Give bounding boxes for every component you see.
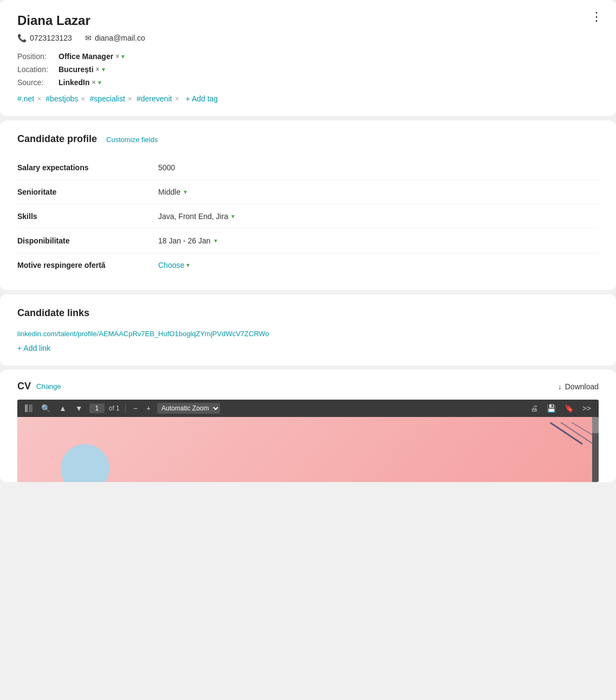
pdf-page-input[interactable] xyxy=(89,403,105,413)
pdf-save-button[interactable]: 💾 xyxy=(544,403,558,414)
cv-header: CV Change ↓ Download xyxy=(17,381,599,392)
tag-net: #.net × xyxy=(17,94,41,103)
position-row: Position: Office Manager × ▾ xyxy=(17,52,599,61)
salary-label: Salary expectations xyxy=(17,163,158,172)
tag-bestjobs: #bestjobs × xyxy=(46,94,85,103)
profile-section-header: Candidate profile Customize fields xyxy=(17,133,599,145)
skills-label: Skills xyxy=(17,212,158,221)
cv-card: CV Change ↓ Download 🔍 ▲ ▼ of 1 − + xyxy=(0,370,616,482)
pdf-prev-page[interactable]: ▲ xyxy=(57,403,69,414)
field-motive: Motive respingere ofertă Choose ▾ xyxy=(17,253,599,277)
skills-dropdown-icon: ▾ xyxy=(231,213,235,220)
customize-fields-link[interactable]: Customize fields xyxy=(106,136,158,144)
pdf-content xyxy=(17,417,599,482)
cv-viewer: 🔍 ▲ ▼ of 1 − + Automatic Zoom 🖨 💾 🔖 >> xyxy=(17,400,599,482)
location-remove[interactable]: × xyxy=(96,66,100,73)
position-label: Position: xyxy=(17,52,55,61)
email-address: diana@mail.co xyxy=(95,34,145,42)
motive-dropdown-icon: ▾ xyxy=(186,261,190,269)
location-dropdown-icon[interactable]: ▾ xyxy=(102,66,105,73)
download-arrow-icon: ↓ xyxy=(558,382,562,391)
pdf-page-total: of 1 xyxy=(109,404,120,412)
tag-derevenit-remove[interactable]: × xyxy=(174,94,179,103)
phone-number: 0723123123 xyxy=(30,34,72,42)
pdf-print-button[interactable]: 🖨 xyxy=(528,403,540,414)
svg-line-4 xyxy=(572,422,593,435)
disponibilitate-value[interactable]: 18 Jan - 26 Jan ▾ xyxy=(158,236,217,245)
position-remove[interactable]: × xyxy=(115,53,119,60)
pdf-scrollbar[interactable] xyxy=(592,417,599,482)
location-row: Location: București × ▾ xyxy=(17,65,599,74)
tag-bestjobs-remove[interactable]: × xyxy=(81,94,85,103)
phone-contact: 📞 0723123123 xyxy=(17,34,72,42)
links-title: Candidate links xyxy=(17,307,89,318)
salary-value: 5000 xyxy=(158,163,175,172)
pdf-zoom-out[interactable]: − xyxy=(131,403,140,414)
position-dropdown-icon[interactable]: ▾ xyxy=(121,53,125,60)
pdf-toolbar: 🔍 ▲ ▼ of 1 − + Automatic Zoom 🖨 💾 🔖 >> xyxy=(17,400,599,417)
pdf-scrollbar-thumb xyxy=(592,417,599,433)
source-row: Source: LinkedIn × ▾ xyxy=(17,78,599,87)
field-salary: Salary expectations 5000 xyxy=(17,156,599,180)
senioritate-value[interactable]: Middle ▾ xyxy=(158,188,187,196)
add-tag-button[interactable]: + Add tag xyxy=(186,94,218,103)
phone-icon: 📞 xyxy=(17,34,27,42)
links-section-header: Candidate links xyxy=(17,307,599,319)
cv-title: CV Change xyxy=(17,381,61,392)
contact-row: 📞 0723123123 ✉ diana@mail.co xyxy=(17,34,599,42)
pdf-lines-decoration xyxy=(550,422,593,455)
more-options-button[interactable]: ⋮ xyxy=(591,11,603,23)
add-link-button[interactable]: + Add link xyxy=(17,344,50,352)
cv-change-button[interactable]: Change xyxy=(36,382,61,390)
header-card: ⋮ Diana Lazar 📞 0723123123 ✉ diana@mail.… xyxy=(0,0,616,116)
motive-choose-button[interactable]: Choose ▾ xyxy=(158,261,190,269)
skills-value[interactable]: Java, Front End, Jira ▾ xyxy=(158,212,235,221)
source-remove[interactable]: × xyxy=(92,79,96,86)
links-card: Candidate links linkedin.com/talent/prof… xyxy=(0,294,616,365)
tags-row: #.net × #bestjobs × #specialist × #derev… xyxy=(17,94,599,103)
location-value: București × ▾ xyxy=(59,65,105,74)
pdf-search-button[interactable]: 🔍 xyxy=(39,403,53,414)
email-icon: ✉ xyxy=(85,34,92,42)
svg-rect-1 xyxy=(29,404,33,412)
disponibilitate-dropdown-icon: ▾ xyxy=(214,237,217,245)
field-senioritate: Senioritate Middle ▾ xyxy=(17,180,599,204)
linkedin-link[interactable]: linkedin.com/talent/profile/AEMAACpRv7EB… xyxy=(17,330,599,338)
location-label: Location: xyxy=(17,65,55,74)
field-disponibilitate: Disponibilitate 18 Jan - 26 Jan ▾ xyxy=(17,229,599,253)
senioritate-label: Senioritate xyxy=(17,188,158,196)
candidate-name: Diana Lazar xyxy=(17,13,599,28)
disponibilitate-label: Disponibilitate xyxy=(17,236,158,245)
pdf-more-button[interactable]: >> xyxy=(580,403,593,414)
tag-specialist-remove[interactable]: × xyxy=(128,94,132,103)
motive-label: Motive respingere ofertă xyxy=(17,261,158,269)
profile-title: Candidate profile xyxy=(17,133,97,144)
tag-derevenit: #derevenit × xyxy=(137,94,179,103)
source-label: Source: xyxy=(17,78,55,87)
tag-net-remove[interactable]: × xyxy=(37,94,41,103)
svg-rect-0 xyxy=(25,404,28,412)
position-value: Office Manager × ▾ xyxy=(59,52,125,61)
cv-download-button[interactable]: ↓ Download xyxy=(558,382,599,391)
tag-specialist: #specialist × xyxy=(89,94,132,103)
email-contact: ✉ diana@mail.co xyxy=(85,34,145,42)
field-skills: Skills Java, Front End, Jira ▾ xyxy=(17,204,599,229)
profile-card: Candidate profile Customize fields Salar… xyxy=(0,120,616,290)
pdf-sidebar-toggle[interactable] xyxy=(23,403,35,413)
source-dropdown-icon[interactable]: ▾ xyxy=(98,79,101,86)
senioritate-dropdown-icon: ▾ xyxy=(184,188,187,196)
pdf-next-page[interactable]: ▼ xyxy=(73,403,85,414)
pdf-sep-1 xyxy=(125,404,126,413)
pdf-zoom-select[interactable]: Automatic Zoom xyxy=(157,403,220,414)
source-value: LinkedIn × ▾ xyxy=(59,78,101,87)
pdf-bookmark-button[interactable]: 🔖 xyxy=(562,403,576,414)
pdf-zoom-in[interactable]: + xyxy=(144,403,153,414)
